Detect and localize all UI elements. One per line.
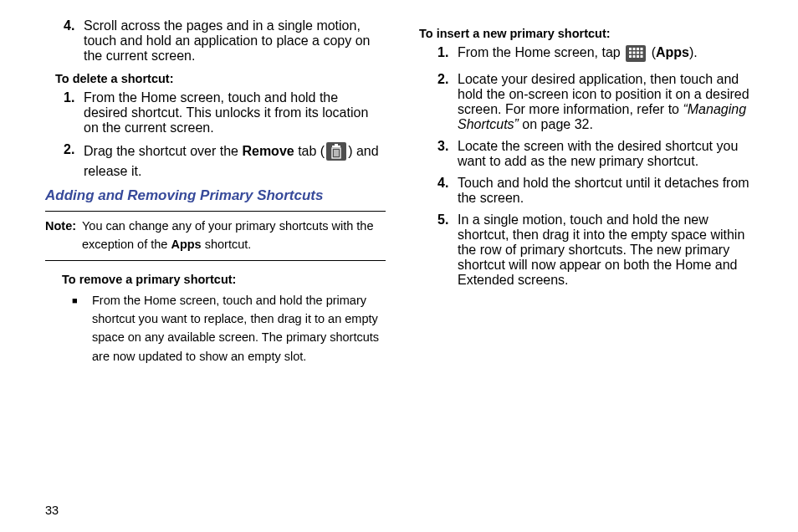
text-fragment: From the Home screen, tap [458,45,624,59]
insert-primary-heading: To insert a new primary shortcut: [419,27,760,40]
svg-rect-10 [637,48,639,50]
step-text: From the Home screen, touch and hold the… [84,90,386,136]
svg-rect-18 [637,55,639,58]
step-4: 4. Scroll across the pages and in a sing… [45,18,386,64]
svg-rect-2 [335,144,338,146]
step-text: Locate your desired application, then to… [458,72,760,132]
note-box: Note: You can change any of your primary… [45,211,386,261]
insert-step-4: 4. Touch and hold the shortcut until it … [419,176,760,206]
svg-rect-9 [633,48,636,50]
step-text: Drag the shortcut over the Remove tab ()… [84,142,386,179]
text-fragment: tab ( [294,144,325,158]
step-text: Locate the screen with the desired short… [458,139,760,169]
step-number: 4. [64,18,84,64]
trash-icon [326,142,346,164]
remove-tab-label: Remove [242,144,294,158]
svg-rect-12 [629,52,632,54]
step-text: From the Home screen, tap (Apps). [458,45,760,65]
insert-step-1: 1. From the Home screen, tap (Apps). [419,45,760,65]
right-column: To insert a new primary shortcut: 1. Fro… [419,18,760,372]
svg-rect-1 [332,146,340,147]
svg-rect-19 [641,55,643,58]
text-fragment: on page 32. [519,117,593,131]
text-fragment: Drag the shortcut over the [84,144,242,158]
svg-rect-11 [641,48,643,50]
delete-step-2: 2. Drag the shortcut over the Remove tab… [45,142,386,179]
step-number: 1. [64,90,84,136]
note-label: Note: [45,217,82,254]
insert-step-3: 3. Locate the screen with the desired sh… [419,139,760,169]
step-text: Touch and hold the shortcut until it det… [458,176,760,206]
manual-page: 4. Scroll across the pages and in a sing… [0,0,798,532]
step-number: 5. [437,212,458,288]
text-fragment: ). [689,45,698,59]
svg-rect-15 [641,52,643,54]
step-text: In a single motion, touch and hold the n… [458,212,760,288]
text-fragment: ( [647,45,656,59]
svg-rect-13 [633,52,636,54]
step-number: 2. [64,142,84,179]
step-number: 1. [437,45,458,65]
insert-step-2: 2. Locate your desired application, then… [419,72,760,132]
svg-rect-8 [629,48,632,50]
columns: 4. Scroll across the pages and in a sing… [45,18,760,372]
apps-grid-icon [626,45,646,65]
bullet-text: From the Home screen, touch and hold the… [92,291,386,366]
step-text: Scroll across the pages and in a single … [84,18,386,64]
remove-primary-bullet: ■ From the Home screen, touch and hold t… [45,291,386,366]
text-fragment: shortcut. [202,238,252,251]
apps-label: Apps [171,238,201,251]
svg-rect-16 [629,55,632,58]
remove-primary-heading: To remove a primary shortcut: [62,273,386,286]
note-text: You can change any of your primary short… [82,217,386,254]
svg-rect-17 [633,55,636,58]
svg-rect-14 [637,52,639,54]
page-number: 33 [45,504,59,517]
square-bullet-icon: ■ [72,291,92,366]
section-title: Adding and Removing Primary Shortcuts [45,187,386,204]
step-number: 4. [437,176,458,206]
insert-step-5: 5. In a single motion, touch and hold th… [419,212,760,288]
delete-step-1: 1. From the Home screen, touch and hold … [45,90,386,136]
apps-label: Apps [656,45,689,59]
left-column: 4. Scroll across the pages and in a sing… [45,18,386,372]
step-number: 3. [437,139,458,169]
delete-shortcut-heading: To delete a shortcut: [55,72,386,85]
note-row: Note: You can change any of your primary… [45,217,386,254]
step-number: 2. [437,72,458,132]
